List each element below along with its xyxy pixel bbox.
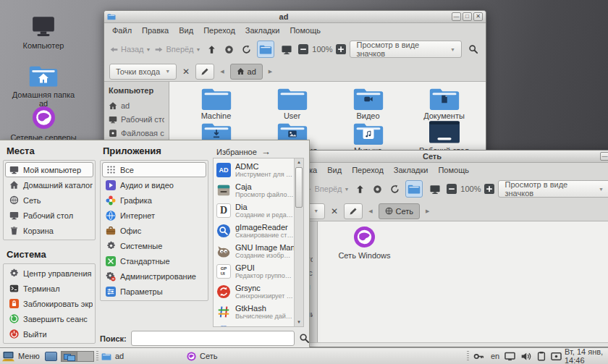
task-button-network[interactable]: Сеть xyxy=(187,348,268,364)
close-sidepane-button[interactable]: ✕ xyxy=(181,67,191,77)
menu-item-home-folder[interactable]: Домашний каталог xyxy=(5,177,93,192)
menu-view[interactable]: Вид xyxy=(174,25,198,36)
menu-go[interactable]: Переход xyxy=(198,25,240,36)
app-dia[interactable]: DDiaСоздание и редактирование диагра… xyxy=(216,200,294,221)
app-gpui[interactable]: GPUIGPUIРедактор групповых политик позво… xyxy=(216,261,294,282)
keyboard-layout-indicator[interactable]: en xyxy=(491,348,499,364)
search-input[interactable] xyxy=(131,331,295,346)
workspace-switcher[interactable] xyxy=(61,348,94,364)
scroll-down-icon[interactable]: ▼ xyxy=(295,318,303,326)
file-item[interactable]: User xyxy=(254,85,330,119)
category-administration[interactable]: Администрирование xyxy=(102,268,206,284)
task-button-ad[interactable]: ad xyxy=(101,348,182,364)
menu-item-shutdown[interactable]: Выйти xyxy=(5,326,93,342)
menu-help[interactable]: Помощь xyxy=(433,164,474,176)
menu-item-my-computer[interactable]: Мой компьютер xyxy=(5,162,93,177)
breadcrumb-current[interactable]: ad xyxy=(230,64,263,80)
category-system[interactable]: Системные xyxy=(102,238,206,253)
stop-button[interactable] xyxy=(222,45,236,54)
forward-button[interactable]: Вперёд▼ xyxy=(154,45,200,54)
sidebar-item-desktop[interactable]: Рабочий стол xyxy=(109,115,164,124)
sidebar-item-home[interactable]: ad xyxy=(109,101,164,110)
desktop-icon-home-folder[interactable]: Домашняя папка ad xyxy=(9,64,78,108)
volume-tray-icon[interactable] xyxy=(520,348,531,364)
keyring-tray-icon[interactable] xyxy=(473,348,484,364)
stop-button[interactable] xyxy=(371,185,384,194)
home-button[interactable] xyxy=(257,41,275,58)
category-all[interactable]: Все xyxy=(102,162,206,177)
close-button[interactable]: ✕ xyxy=(473,12,483,21)
close-sidepane-button[interactable]: ✕ xyxy=(329,206,339,216)
back-button[interactable]: Назад▼ xyxy=(109,45,151,54)
sidebar-item-filesystem[interactable]: Файловая систе… xyxy=(109,129,164,137)
home-button[interactable] xyxy=(405,180,423,198)
category-audio-video[interactable]: Аудио и видео xyxy=(102,177,206,192)
app-gimp[interactable]: GNU Image Manipulation Progr…Создание из… xyxy=(216,241,294,261)
breadcrumb-current[interactable]: Сеть xyxy=(379,203,420,219)
scroll-up-icon[interactable]: ▲ xyxy=(295,158,303,166)
view-mode-combo[interactable]: Просмотр в виде значков▼ xyxy=(498,180,608,198)
desktop-icon-network-servers[interactable]: Сетевые серверы xyxy=(9,106,78,142)
app-caja[interactable]: CajaПросмотр файловой системы в файл… xyxy=(216,180,294,200)
clock[interactable]: Вт, 14 янв, 14:46 xyxy=(565,348,608,364)
file-item[interactable]: Музыка xyxy=(330,119,406,154)
up-button[interactable] xyxy=(352,185,366,194)
menu-item-trash[interactable]: Корзина xyxy=(5,223,93,238)
category-graphics[interactable]: Графика xyxy=(102,192,206,208)
edit-location-button[interactable] xyxy=(195,64,214,80)
menu-item-network[interactable]: Сеть xyxy=(5,192,93,208)
file-item[interactable]: Сеть Windows xyxy=(326,224,402,259)
computer-button[interactable] xyxy=(426,184,443,195)
app-admc[interactable]: ADADMCИнструмент для администрировани… xyxy=(216,160,294,180)
up-button[interactable] xyxy=(204,45,218,54)
menu-item-control-center[interactable]: Центр управления xyxy=(5,266,93,281)
menu-item-log-out[interactable]: Завершить сеанс xyxy=(5,311,93,326)
menu-bookmarks[interactable]: Закладки xyxy=(240,25,285,36)
zoom-in-button[interactable] xyxy=(484,184,494,194)
breadcrumb-left-icon[interactable]: ◀ xyxy=(219,69,225,75)
zoom-in-button[interactable] xyxy=(336,44,346,54)
file-view[interactable]: Сеть Windows xyxy=(318,221,608,342)
category-preferences[interactable]: Параметры xyxy=(102,284,206,299)
file-item[interactable]: Видео xyxy=(330,85,406,119)
forward-button[interactable]: Вперёд▼ xyxy=(303,185,349,194)
menu-bookmarks[interactable]: Закладки xyxy=(389,164,434,176)
minimize-button[interactable]: — xyxy=(452,12,461,21)
computer-button[interactable] xyxy=(278,44,295,55)
titlebar[interactable]: ad — □ ✕ xyxy=(104,11,486,23)
app-hp-device-manager[interactable]: HP Device Manager xyxy=(216,322,294,326)
edit-location-button[interactable] xyxy=(344,203,363,219)
menu-edit[interactable]: Правка xyxy=(137,25,174,36)
desktop-icon-computer[interactable]: Компьютер xyxy=(9,13,78,50)
reload-button[interactable] xyxy=(388,185,402,194)
category-internet[interactable]: Интернет xyxy=(102,208,206,223)
zoom-out-button[interactable] xyxy=(298,44,308,54)
favorites-button[interactable]: Избранное→ xyxy=(216,146,271,157)
display-tray-icon[interactable] xyxy=(504,348,515,364)
scroll-thumb[interactable] xyxy=(295,167,303,208)
file-item[interactable]: Документы xyxy=(406,85,482,119)
screenshot-tray-icon[interactable] xyxy=(551,348,562,364)
file-item[interactable]: Machine xyxy=(178,85,254,119)
maximize-button[interactable]: □ xyxy=(463,12,472,21)
menu-item-lock-screen[interactable]: Заблокировать экран xyxy=(5,296,93,311)
menu-item-terminal[interactable]: Терминал xyxy=(5,281,93,296)
apps-scrollbar[interactable]: ▲ ▼ xyxy=(294,158,303,326)
menu-view[interactable]: Вид xyxy=(322,164,347,176)
menu-file[interactable]: Файл xyxy=(107,25,137,36)
menu-button[interactable]: Меню xyxy=(2,348,40,364)
app-gtkhash[interactable]: GtkHashВычисление дайджестов или контро… xyxy=(216,302,294,322)
minimize-button[interactable]: — xyxy=(600,152,608,161)
reload-button[interactable] xyxy=(240,45,253,54)
breadcrumb-right-icon[interactable]: ▶ xyxy=(267,69,274,75)
app-grsync[interactable]: GrsyncСинхронизирует файлы и директори… xyxy=(216,282,294,302)
category-accessories[interactable]: Стандартные xyxy=(102,253,206,268)
view-mode-combo[interactable]: Просмотр в виде значков▼ xyxy=(350,41,462,58)
show-desktop-button[interactable] xyxy=(45,348,57,364)
menu-go[interactable]: Переход xyxy=(347,164,389,176)
breadcrumb-left-icon[interactable]: ◀ xyxy=(367,208,373,214)
file-item[interactable]: Рабочий стол xyxy=(406,119,482,154)
app-gimagereader[interactable]: gImageReaderСканирование страниц и распо… xyxy=(216,221,294,241)
category-office[interactable]: Офис xyxy=(102,223,206,238)
places-combo[interactable]: Точки входа▼ xyxy=(109,64,177,80)
